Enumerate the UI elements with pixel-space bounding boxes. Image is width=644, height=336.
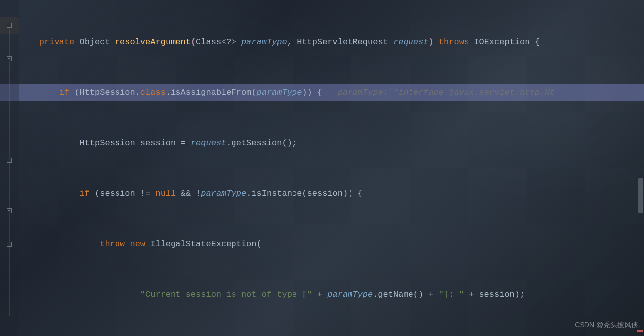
fold-toggle-icon[interactable] [7,56,12,61]
scrollbar-thumb[interactable] [638,178,643,213]
parameter: request [191,138,226,148]
paren: ( [191,37,196,47]
code-line-highlighted[interactable]: if (HttpSession.class.isAssignableFrom(p… [19,84,644,101]
punct: ( [90,189,100,198]
watermark-text: CSDN @秃头披风侠. [575,316,640,333]
string-literal: "Current session is not of type [" [140,290,312,299]
keyword: null [155,189,176,198]
keyword: throw [100,239,125,249]
keyword: throws [439,37,469,47]
variable: session [479,290,514,299]
parameter: paramType [257,88,302,97]
parameter: paramType [201,189,246,198]
string-literal: "]: " [439,290,464,299]
type: Object [79,37,110,47]
brace: { [535,37,540,47]
keyword: class [140,88,166,97]
parameter: paramType [327,290,373,299]
code-line[interactable]: throw new IllegalStateException( [19,236,644,253]
punct: = [176,138,191,148]
op: && ! [176,189,201,198]
fold-toggle-icon[interactable] [7,208,12,213]
punct: )) { [302,88,322,97]
punct: ( [257,239,262,249]
type: Class<?> [196,37,236,47]
op: != [135,189,156,198]
vertical-scrollbar[interactable] [637,0,643,336]
type: HttpServletRequest [297,37,388,47]
type: IOException [474,37,529,47]
method-call: .isAssignableFrom( [166,88,257,97]
fold-toggle-icon[interactable] [7,23,12,28]
op: + [464,290,479,299]
keyword: private [39,37,74,47]
punct: )) { [343,189,363,198]
code-line[interactable]: HttpSession session = request.getSession… [19,135,644,152]
keyword: if [79,189,89,198]
fold-guide [9,29,10,316]
method-name: resolveArgument [115,37,191,47]
type: IllegalStateException [150,239,256,249]
punct: () [413,290,423,299]
expr: (HttpSession. [74,88,140,97]
op: + [312,290,328,299]
punct: (); [282,138,297,148]
code-line[interactable]: "Current session is not of type [" + par… [19,286,644,303]
variable: session [307,189,343,198]
keyword: if [59,88,69,97]
punct: ); [515,290,525,299]
punct: , [287,37,297,47]
debug-hint: paramType: "interface javax.servlet.http… [338,88,555,97]
code-line[interactable]: private Object resolveArgument(Class<?> … [19,34,644,51]
method-call: .getSession [226,138,282,148]
op: + [423,290,439,299]
parameter: paramType [241,37,287,47]
variable: session [100,189,135,198]
editor-gutter[interactable] [0,0,19,336]
parameter: request [393,37,428,47]
keyword: new [130,239,145,249]
code-editor[interactable]: private Object resolveArgument(Class<?> … [19,0,644,336]
method-call: .getName [373,290,413,299]
paren: ) [428,37,433,47]
fold-toggle-icon[interactable] [7,158,12,163]
fold-toggle-icon[interactable] [7,242,12,247]
type: HttpSession [79,138,135,148]
code-line[interactable]: if (session != null && !paramType.isInst… [19,185,644,202]
variable: session [140,138,176,148]
method-call: .isInstance( [246,189,307,198]
